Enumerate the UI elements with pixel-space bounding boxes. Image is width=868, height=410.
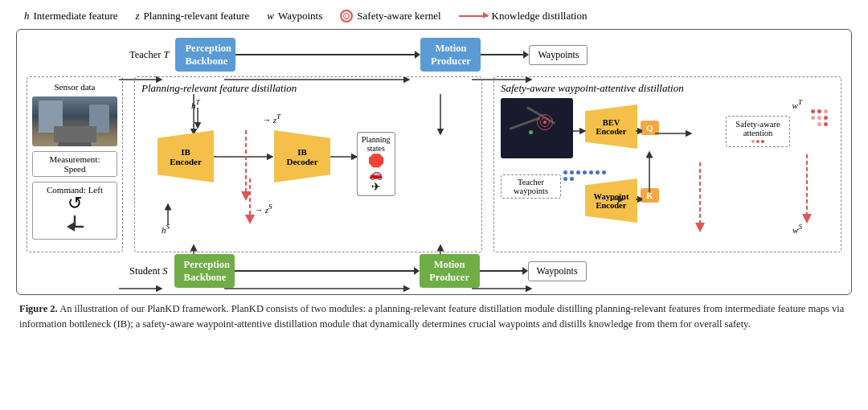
student-label: Student S — [129, 265, 168, 277]
measurement-box: Measurement: Speed — [32, 151, 117, 177]
turn-left-svg — [59, 212, 91, 236]
legend-w: w Waypoints — [267, 10, 322, 23]
zt-label: → zT — [262, 113, 280, 125]
planning-distill-title: Planning-relevant feature distillation — [141, 82, 475, 95]
wp-enc-arrow — [612, 195, 626, 207]
legend-safety-kernel: Safety-aware kernel — [340, 10, 440, 23]
teacher-row: Teacher T PerceptionBackbone MotionProdu… — [27, 38, 841, 72]
road-line2 — [510, 117, 541, 129]
road-surface — [54, 126, 96, 142]
ht-down-arrow — [194, 108, 210, 130]
planning-states-label: Planningstates — [362, 135, 391, 153]
legend-z: z Planning-relevant feature — [136, 10, 250, 23]
legend-h: h Intermediate feature — [24, 10, 118, 23]
q-att-arrow — [655, 129, 695, 141]
safety-kernel-label: Safety-aware kernel — [357, 10, 440, 23]
planning-distill-box: Planning-relevant feature distillation h… — [134, 76, 482, 252]
perception-backbone-student: PerceptionBackbone — [174, 254, 235, 289]
h-symbol: h — [24, 10, 30, 23]
steer-icon: ✈ — [371, 182, 381, 193]
waypoints-teacher: Waypoints — [529, 45, 588, 65]
safety-inner-area: BEVEncoder Q wT — [501, 98, 834, 247]
waypoints-student: Waypoints — [528, 261, 587, 281]
perception-backbone-teacher: PerceptionBackbone — [175, 38, 235, 72]
sensor-data-label: Sensor data — [32, 82, 117, 92]
wt-ws-arrow — [800, 154, 817, 227]
legend-knowledge-dist: Knowledge distillation — [459, 10, 588, 23]
w-desc: Waypoints — [278, 10, 322, 23]
command-box: Command: Left ↺ — [32, 182, 117, 240]
figure-caption: Figure 2. An illustration of our PlanKD … — [16, 301, 852, 332]
car-icon: 🚗 — [369, 169, 383, 180]
diagram-outer: Teacher T PerceptionBackbone MotionProdu… — [16, 29, 852, 295]
left-arrow-icon: ↺ — [37, 195, 113, 212]
caption-text: An illustration of our PlanKD framework.… — [19, 303, 844, 330]
knowledge-dist-arrow — [459, 15, 488, 17]
sensor-image — [32, 96, 117, 146]
k-att-arrow — [644, 150, 656, 195]
attention-dots — [731, 140, 784, 143]
safety-circle-center — [543, 121, 547, 124]
z-desc: Planning-relevant feature — [144, 10, 250, 23]
main-container: h Intermediate feature z Planning-releva… — [0, 0, 868, 340]
ib-encoder-shape: IBEncoder — [158, 130, 214, 182]
arrow-mp-to-wp-student — [480, 267, 528, 275]
bev-encoder: BEVEncoder — [585, 105, 637, 149]
student-row: Student S PerceptionBackbone MotionProdu… — [27, 256, 841, 286]
teacher-symbol: T — [164, 49, 170, 60]
measurement-label: Measurement: — [37, 154, 113, 164]
safety-box: Safety-aware waypoint-attentive distilla… — [493, 76, 841, 252]
knowledge-dist-label: Knowledge distillation — [492, 10, 588, 23]
motion-producer-student: MotionProducer — [420, 254, 480, 289]
legend: h Intermediate feature z Planning-releva… — [16, 10, 852, 23]
svg-marker-12 — [67, 222, 75, 232]
ib-encoder: IBEncoder — [158, 130, 214, 182]
bev-q-arrow — [636, 126, 642, 138]
zs-label: → zS — [254, 203, 272, 215]
safety-attention-box: Safety-awareattention — [726, 116, 790, 147]
bev-image — [501, 98, 573, 158]
bev-encoder-shape: BEVEncoder — [585, 105, 637, 149]
figure-number: Figure 2. — [19, 303, 58, 314]
bev-arrow — [573, 126, 588, 138]
w-symbol: w — [267, 10, 274, 23]
main-body-row: Sensor data Measurement: Speed Command: … — [27, 76, 841, 252]
green-dot — [529, 130, 533, 134]
teacher-waypoints-label: Teacherwaypoints — [501, 174, 561, 199]
student-symbol: S — [162, 265, 167, 277]
stop-icon: 🛑 — [368, 154, 384, 167]
z-symbol: z — [136, 10, 140, 23]
distill-inner-area: hT → zT IBEncoder — [141, 98, 475, 247]
wt-label: wT — [792, 98, 802, 110]
arrow-pb-to-mp-student — [235, 267, 420, 275]
arrow-mp-to-wp-teacher — [481, 51, 529, 59]
hs-up-arrow — [164, 203, 180, 225]
sensor-panel: Sensor data Measurement: Speed Command: … — [27, 76, 123, 252]
ib-decoder: IBDecoder — [274, 130, 330, 182]
zt-zs-arrow — [236, 130, 260, 207]
teacher-label: Teacher T — [129, 49, 169, 61]
motion-producer-teacher: MotionProducer — [420, 38, 481, 72]
measurement-value: Speed — [37, 164, 113, 174]
safety-kernel-icon — [340, 10, 353, 23]
ib-decoder-shape: IBDecoder — [274, 130, 330, 182]
safety-title: Safety-aware waypoint-attentive distilla… — [501, 82, 834, 95]
wt-dots — [811, 109, 828, 126]
h-desc: Intermediate feature — [34, 10, 118, 23]
planning-states-box: Planningstates 🛑 🚗 ✈ — [357, 132, 395, 196]
arrow-pb-to-mp-teacher — [235, 51, 420, 59]
wpe-k-arrow — [636, 195, 642, 207]
